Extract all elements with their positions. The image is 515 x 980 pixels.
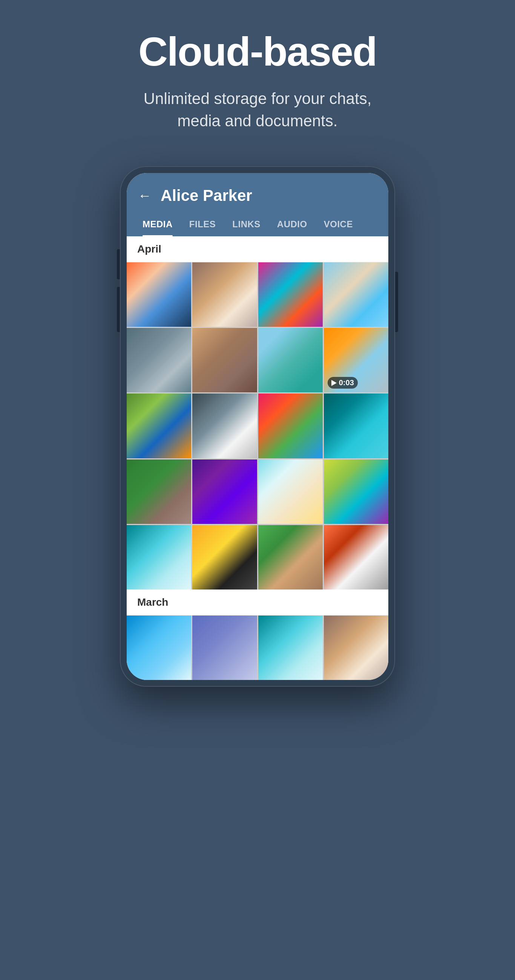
hero-subtitle: Unlimited storage for your chats,media a… (22, 88, 493, 132)
phone-button-volume-down (117, 287, 120, 332)
tab-media[interactable]: MEDIA (134, 212, 181, 236)
hero-section: Cloud-based Unlimited storage for your c… (0, 0, 515, 147)
app-header: ← Alice Parker (127, 173, 388, 212)
media-cell[interactable] (192, 525, 257, 590)
media-cell[interactable] (192, 393, 257, 458)
back-button[interactable]: ← (138, 188, 151, 204)
media-cell[interactable] (324, 616, 388, 680)
media-cell[interactable] (324, 262, 388, 327)
media-cell[interactable] (192, 328, 257, 392)
tab-files[interactable]: FILES (181, 212, 224, 236)
phone-button-power (395, 272, 398, 332)
media-cell[interactable] (258, 328, 323, 392)
phone-button-volume-up (117, 249, 120, 279)
media-cell[interactable] (192, 460, 257, 524)
phone-screen: ← Alice Parker MEDIA FILES LINKS AUDIO V… (127, 173, 388, 680)
media-cell[interactable]: 0:03 (324, 328, 388, 392)
media-cell[interactable] (324, 525, 388, 590)
media-cell[interactable] (127, 525, 191, 590)
month-label-march: March (127, 590, 388, 616)
tabs-bar: MEDIA FILES LINKS AUDIO VOICE (127, 212, 388, 236)
video-badge: 0:03 (328, 377, 358, 388)
march-media-grid (127, 616, 388, 680)
phone-container: ← Alice Parker MEDIA FILES LINKS AUDIO V… (120, 166, 395, 687)
contact-name: Alice Parker (161, 186, 252, 205)
media-cell[interactable] (192, 616, 257, 680)
media-cell[interactable] (258, 393, 323, 458)
media-cell[interactable] (127, 393, 191, 458)
media-cell[interactable] (324, 393, 388, 458)
hero-title: Cloud-based (22, 30, 493, 73)
tab-links[interactable]: LINKS (224, 212, 269, 236)
tab-voice[interactable]: VOICE (316, 212, 361, 236)
media-cell[interactable] (192, 262, 257, 327)
play-icon (332, 380, 337, 386)
tab-audio[interactable]: AUDIO (269, 212, 316, 236)
media-cell[interactable] (324, 460, 388, 524)
phone-frame: ← Alice Parker MEDIA FILES LINKS AUDIO V… (120, 166, 395, 687)
media-cell[interactable] (258, 525, 323, 590)
media-cell[interactable] (127, 616, 191, 680)
media-cell[interactable] (258, 262, 323, 327)
media-cell[interactable] (127, 328, 191, 392)
month-label-april: April (127, 236, 388, 262)
media-cell[interactable] (127, 460, 191, 524)
media-cell[interactable] (258, 460, 323, 524)
media-cell[interactable] (258, 616, 323, 680)
media-cell[interactable] (127, 262, 191, 327)
video-duration: 0:03 (339, 379, 354, 387)
april-media-grid: 0:03 (127, 262, 388, 590)
